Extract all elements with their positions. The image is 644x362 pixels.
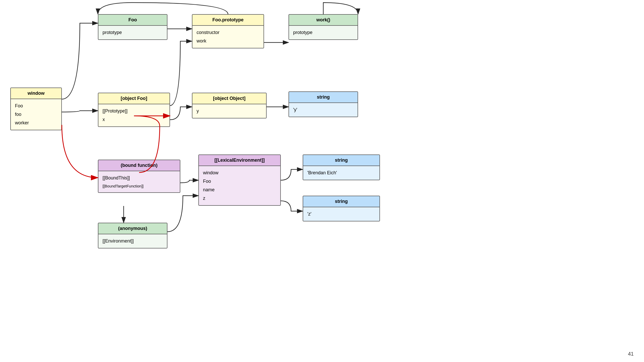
node-string-z-header: string xyxy=(303,196,379,207)
diagram: window Foo foo worker Foo prototype Foo.… xyxy=(0,0,644,362)
node-object-foo-header: [object Foo] xyxy=(98,93,170,104)
node-work-row-prototype: prototype xyxy=(293,28,353,37)
node-anonymous-header: (anonymous) xyxy=(98,223,167,234)
node-bound-function-header: (bound function) xyxy=(98,160,180,171)
node-string-y-body: 'y' xyxy=(289,103,358,117)
node-object-foo-row-x: x xyxy=(103,115,165,124)
node-foo-body: prototype xyxy=(98,26,167,39)
node-lexical-env-row-foo: Foo xyxy=(203,177,276,186)
node-window-row-worker: worker xyxy=(15,119,57,127)
node-foo-prototype-body: constructor work xyxy=(192,26,264,48)
node-bound-function-row-boundtarget: [[BoundTargetFunction]] xyxy=(103,182,176,190)
page-number: 41 xyxy=(628,351,634,357)
node-foo-prototype-header: Foo.prototype xyxy=(192,15,264,26)
node-window: window Foo foo worker xyxy=(10,88,62,130)
node-foo: Foo prototype xyxy=(98,14,167,40)
node-window-header: window xyxy=(11,88,61,99)
arrows-svg xyxy=(0,0,644,362)
node-object-foo: [object Foo] [[Prototype]] x xyxy=(98,93,170,127)
node-string-brendan-value: 'Brendan Eich' xyxy=(307,169,375,177)
node-object-object-body: y xyxy=(192,104,266,118)
node-string-y: string 'y' xyxy=(289,91,358,117)
node-string-z: string 'z' xyxy=(303,196,380,221)
node-anonymous-row-env: [[Environment]] xyxy=(103,237,163,245)
node-foo-prototype-row-constructor: constructor xyxy=(197,28,259,37)
node-foo-prototype: Foo.prototype constructor work xyxy=(192,14,264,48)
node-work: work() prototype xyxy=(289,14,358,40)
node-bound-function-body: [[BoundThis]] [[BoundTargetFunction]] xyxy=(98,171,180,192)
node-anonymous: (anonymous) [[Environment]] xyxy=(98,223,167,248)
node-object-object: [object Object] y xyxy=(192,93,267,118)
node-anonymous-body: [[Environment]] xyxy=(98,234,167,248)
node-lexical-env-body: window Foo name z xyxy=(199,166,280,205)
node-string-z-body: 'z' xyxy=(303,207,379,221)
node-object-foo-row-proto: [[Prototype]] xyxy=(103,107,165,115)
node-window-row-foo: Foo xyxy=(15,102,57,110)
node-string-y-header: string xyxy=(289,92,358,103)
node-bound-function-row-boundthis: [[BoundThis]] xyxy=(103,174,176,182)
node-work-header: work() xyxy=(289,15,358,26)
node-lexical-env-row-window: window xyxy=(203,169,276,177)
node-string-y-value: 'y' xyxy=(293,106,353,114)
node-string-brendan-body: 'Brendan Eich' xyxy=(303,166,379,180)
node-window-row-foo2: foo xyxy=(15,110,57,119)
node-object-object-header: [object Object] xyxy=(192,93,266,104)
node-string-brendan: string 'Brendan Eich' xyxy=(303,154,380,180)
node-string-brendan-header: string xyxy=(303,155,379,166)
node-lexical-env-row-name: name xyxy=(203,186,276,194)
node-foo-header: Foo xyxy=(98,15,167,26)
node-window-body: Foo foo worker xyxy=(11,99,61,130)
node-work-body: prototype xyxy=(289,26,358,39)
node-bound-function: (bound function) [[BoundThis]] [[BoundTa… xyxy=(98,160,180,193)
node-foo-prototype-row-work: work xyxy=(197,37,259,45)
node-lexical-env-header: [[LexicalEnvironment]] xyxy=(199,155,280,166)
node-lexical-env: [[LexicalEnvironment]] window Foo name z xyxy=(198,154,281,206)
node-lexical-env-row-z: z xyxy=(203,194,276,203)
node-object-foo-body: [[Prototype]] x xyxy=(98,104,170,126)
node-foo-row-prototype: prototype xyxy=(103,28,163,37)
node-string-z-value: 'z' xyxy=(307,210,375,218)
node-object-object-row-y: y xyxy=(197,107,262,115)
